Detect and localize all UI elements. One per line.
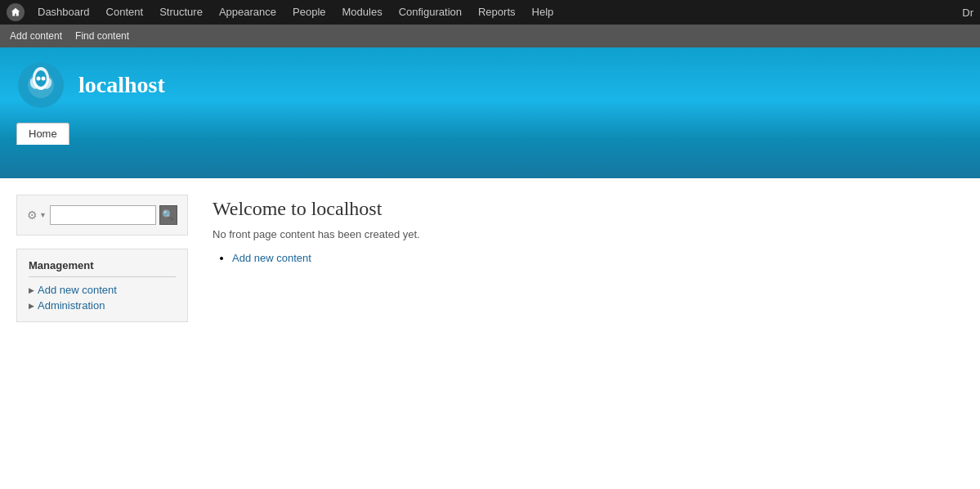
admin-nav-item-modules[interactable]: Modules	[334, 0, 391, 25]
home-tab[interactable]: Home	[16, 123, 69, 145]
admin-nav-link-appearance[interactable]: Appearance	[211, 0, 284, 25]
search-input[interactable]	[50, 205, 156, 225]
list-item: Administration	[29, 299, 176, 312]
admin-nav-link-people[interactable]: People	[284, 0, 333, 25]
admin-nav-item-appearance[interactable]: Appearance	[211, 0, 284, 25]
add-new-content-link[interactable]: Add new content	[38, 284, 117, 296]
gear-dropdown-arrow: ▼	[39, 211, 47, 219]
admin-nav-item-reports[interactable]: Reports	[470, 0, 524, 25]
page-body: Welcome to localhost No front page conte…	[204, 195, 964, 489]
search-settings-gear[interactable]: ⚙ ▼	[27, 209, 47, 222]
administration-link[interactable]: Administration	[38, 299, 105, 312]
site-branding: localhost	[16, 61, 964, 110]
admin-nav-item-structure[interactable]: Structure	[151, 0, 211, 25]
admin-nav-item-dashboard[interactable]: Dashboard	[29, 0, 98, 25]
admin-nav-link-structure[interactable]: Structure	[151, 0, 211, 25]
admin-home-button[interactable]	[7, 3, 25, 21]
home-icon	[11, 7, 20, 17]
admin-nav-link-dashboard[interactable]: Dashboard	[29, 0, 98, 25]
sidebar: ⚙ ▼ 🔍 Management Add new content Adminis…	[16, 195, 188, 489]
admin-nav-link-reports[interactable]: Reports	[470, 0, 524, 25]
admin-nav: Dashboard Content Structure Appearance P…	[29, 0, 562, 25]
admin-user-text: Dr	[962, 7, 973, 19]
search-icon: 🔍	[162, 209, 174, 221]
svg-point-7	[42, 77, 46, 81]
site-header: localhost Home	[0, 47, 980, 178]
admin-nav-link-content[interactable]: Content	[98, 0, 152, 25]
site-name: localhost	[78, 72, 165, 98]
search-block: ⚙ ▼ 🔍	[16, 195, 188, 236]
admin-nav-item-configuration[interactable]: Configuration	[391, 0, 470, 25]
no-content-message: No front page content has been created y…	[213, 228, 955, 240]
list-item: Add new content	[29, 284, 176, 296]
gear-icon: ⚙	[27, 209, 38, 222]
admin-nav-item-help[interactable]: Help	[524, 0, 562, 25]
site-nav: Home	[16, 123, 964, 145]
main-content: ⚙ ▼ 🔍 Management Add new content Adminis…	[0, 178, 980, 489]
list-item: Add new content	[232, 252, 955, 264]
front-page-links: Add new content	[213, 252, 955, 264]
management-block: Management Add new content Administratio…	[16, 249, 188, 322]
add-content-link[interactable]: Add content	[10, 30, 62, 42]
management-title: Management	[29, 259, 176, 277]
management-links: Add new content Administration	[29, 284, 176, 312]
admin-nav-item-people[interactable]: People	[284, 0, 333, 25]
search-button[interactable]: 🔍	[159, 205, 177, 225]
svg-point-6	[37, 77, 41, 81]
drupal-logo	[16, 61, 65, 110]
find-content-link[interactable]: Find content	[75, 30, 129, 42]
secondary-bar: Add content Find content	[0, 25, 980, 47]
welcome-title: Welcome to localhost	[213, 198, 955, 220]
add-new-content-main-link[interactable]: Add new content	[232, 252, 311, 264]
admin-nav-item-content[interactable]: Content	[98, 0, 152, 25]
admin-nav-link-modules[interactable]: Modules	[334, 0, 391, 25]
admin-nav-link-configuration[interactable]: Configuration	[391, 0, 470, 25]
admin-bar: Dashboard Content Structure Appearance P…	[0, 0, 980, 25]
admin-nav-link-help[interactable]: Help	[524, 0, 562, 25]
